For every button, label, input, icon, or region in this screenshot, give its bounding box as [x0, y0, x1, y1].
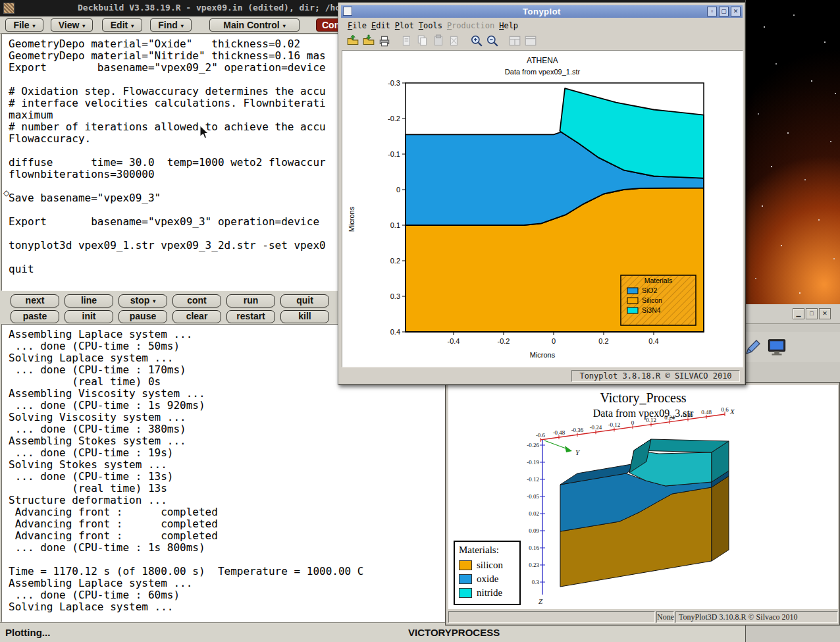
- menu-edit[interactable]: Edit: [102, 18, 142, 32]
- menu-production[interactable]: Production: [447, 21, 494, 30]
- materials-legend-3d: Materials: silicon oxide nitride: [454, 541, 521, 605]
- svg-text:0.2: 0.2: [598, 337, 608, 345]
- y-axis-ticks: -0.3-0.2-0.100.10.20.30.4: [388, 79, 406, 336]
- tonyplot-titlebar[interactable]: Tonyplot ▫ ▢ ✕: [341, 5, 743, 18]
- menu-help[interactable]: Help: [499, 21, 518, 30]
- svg-text:0.1: 0.1: [390, 221, 400, 229]
- dropdown-arrow-icon: [283, 23, 286, 29]
- tonyplot-title: Tonyplot: [341, 7, 743, 16]
- dropdown-arrow-icon: [181, 23, 184, 29]
- svg-text:-0.3: -0.3: [388, 79, 400, 87]
- x-axis-ticks: -0.4-0.200.20.4: [447, 332, 658, 345]
- zoom-in-icon[interactable]: [470, 34, 483, 47]
- legend-title: Materials:: [459, 545, 515, 556]
- deckbuild-app-icon: [3, 3, 14, 14]
- legend-row-silicon: silicon: [459, 558, 515, 572]
- legend-title: Materials: [644, 277, 673, 284]
- x-axis-title: Microns: [342, 351, 743, 359]
- delete-icon[interactable]: [448, 34, 461, 47]
- svg-text:0: 0: [396, 186, 400, 194]
- init-button[interactable]: init: [65, 310, 113, 323]
- menu-edit[interactable]: Edit: [371, 21, 390, 30]
- cut-icon[interactable]: [400, 34, 413, 47]
- tonyplot-window: Tonyplot ▫ ▢ ✕ File Edit Plot Tools Prod…: [338, 2, 746, 385]
- status-simulator: VICTORYPROCESS: [408, 627, 500, 638]
- paste-icon[interactable]: [432, 34, 445, 47]
- tonyplot-version: Tonyplot 3.8.18.R © SILVACO 2010: [571, 370, 740, 382]
- sio2-swatch: [627, 288, 638, 294]
- run-button[interactable]: run: [226, 294, 275, 308]
- legend-row-oxide: oxide: [459, 572, 515, 586]
- new-window-icon[interactable]: [524, 34, 537, 47]
- status-empty-cell: [448, 611, 655, 623]
- background-window-titlebar[interactable]: ▁ □ ✕: [738, 304, 840, 324]
- tonyplot3d-window: Victory_Process Data from vpex09_3.str -…: [445, 382, 840, 626]
- svg-text:0.4: 0.4: [648, 337, 658, 345]
- pause-button[interactable]: pause: [118, 310, 167, 323]
- chart-subtitle: Data from vpex09_1.str: [342, 68, 743, 76]
- kill-button[interactable]: kill: [280, 310, 329, 323]
- zoom-out-icon[interactable]: [486, 34, 499, 47]
- svg-text:-0.1: -0.1: [388, 150, 400, 158]
- line-button[interactable]: line: [65, 294, 113, 308]
- screen: ▁ □ ✕ Deckbuild V3.38.19.R - vpex09.in (…: [0, 0, 840, 642]
- minimize-icon[interactable]: ▁: [793, 308, 804, 319]
- tonyplot3d-statusbar: None TonyPlot3D 3.10.8.R © Silvaco 2010: [446, 611, 839, 624]
- menu-find[interactable]: Find: [150, 18, 192, 32]
- tonyplot-toolbar: [341, 32, 743, 49]
- svg-text:Silicon: Silicon: [642, 296, 662, 304]
- clear-button[interactable]: clear: [172, 310, 221, 323]
- menu-file[interactable]: File: [5, 18, 43, 32]
- y-axis-title: Microns: [348, 200, 355, 239]
- print-icon[interactable]: [378, 34, 391, 47]
- close-icon[interactable]: ✕: [819, 308, 831, 319]
- menu-main-control[interactable]: Main Control: [209, 18, 300, 32]
- silicon-swatch: [627, 298, 638, 304]
- status-plotting: Plotting...: [5, 627, 50, 638]
- menu-plot[interactable]: Plot: [395, 21, 414, 30]
- legend-row-nitride: nitride: [459, 586, 515, 600]
- tile-windows-icon[interactable]: [508, 34, 521, 47]
- svg-text:0.2: 0.2: [390, 257, 400, 265]
- background-window-toolbar: [738, 332, 840, 362]
- next-button[interactable]: next: [11, 294, 59, 308]
- si3n4-swatch: [627, 308, 638, 313]
- paste-button[interactable]: paste: [11, 310, 59, 323]
- plot-area[interactable]: -0.4-0.200.20.4 -0.3-0.2-0.100.10.20.30.…: [342, 50, 743, 367]
- tonyplot-statusbar: Tonyplot 3.8.18.R © SILVACO 2010: [341, 370, 743, 382]
- minimize-icon[interactable]: ▫: [707, 7, 717, 16]
- dropdown-arrow-icon: [153, 298, 155, 304]
- stop-button[interactable]: stop: [118, 294, 167, 308]
- menu-tools[interactable]: Tools: [419, 21, 442, 30]
- nitride-swatch: [459, 588, 472, 598]
- import-icon[interactable]: [362, 34, 375, 47]
- restart-button[interactable]: restart: [226, 310, 275, 323]
- monitor-icon[interactable]: [767, 337, 787, 357]
- close-icon[interactable]: ✕: [731, 7, 741, 16]
- oxide-swatch: [459, 574, 472, 584]
- chart-title: ATHENA: [342, 56, 743, 65]
- dropdown-arrow-icon: [33, 23, 36, 29]
- maximize-icon[interactable]: ▢: [719, 7, 729, 16]
- tonyplot3d-plot-title: Victory_Process: [448, 390, 838, 406]
- dropdown-arrow-icon: [131, 23, 134, 29]
- svg-text:0.3: 0.3: [390, 292, 400, 300]
- text-cursor-marker: ◇: [3, 188, 9, 198]
- status-none-cell: None: [656, 611, 674, 623]
- maximize-icon[interactable]: □: [806, 308, 818, 319]
- status-version-cell: TonyPlot3D 3.10.8.R © Silvaco 2010: [675, 611, 838, 623]
- open-icon[interactable]: [346, 34, 359, 47]
- edit-pencil-icon[interactable]: [743, 337, 763, 357]
- plot-2d[interactable]: -0.4-0.200.20.4 -0.3-0.2-0.100.10.20.30.…: [342, 51, 744, 368]
- deckbuild-title: Deckbuild V3.38.19.R - vpex09.in (edited…: [78, 3, 351, 13]
- copy-icon[interactable]: [416, 34, 429, 47]
- tonyplot3d-plot-subtitle: Data from vpex09_3.str: [448, 408, 838, 419]
- cont-button[interactable]: cont: [172, 294, 221, 308]
- menu-view[interactable]: View: [51, 18, 93, 32]
- menu-file[interactable]: File: [348, 21, 367, 30]
- svg-text:0.4: 0.4: [390, 328, 400, 336]
- quit-button[interactable]: quit: [280, 294, 329, 308]
- svg-text:0: 0: [552, 337, 556, 345]
- svg-text:-0.4: -0.4: [447, 337, 459, 345]
- mouse-cursor-icon: [199, 125, 210, 140]
